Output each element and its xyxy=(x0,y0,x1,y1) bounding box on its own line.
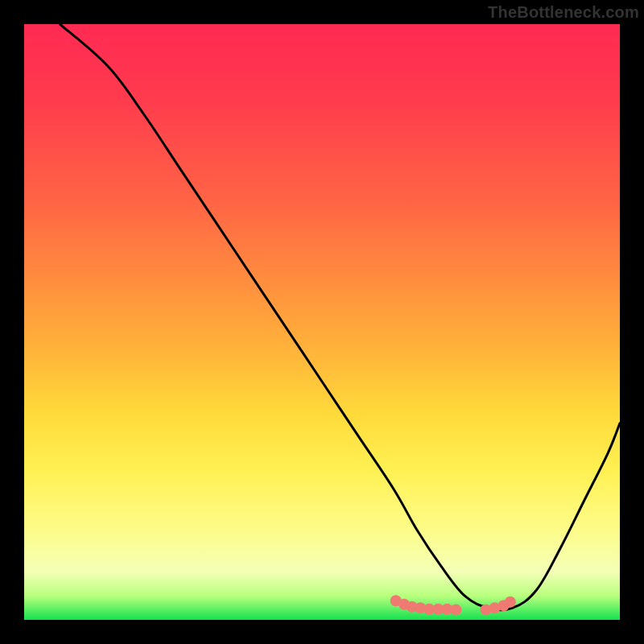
scatter-group xyxy=(390,595,516,615)
curve-path xyxy=(60,24,620,610)
watermark-text: TheBottleneck.com xyxy=(488,3,639,22)
plot-area xyxy=(24,24,620,620)
chart-root: TheBottleneck.com xyxy=(0,0,644,644)
chart-svg xyxy=(24,24,620,620)
scatter-point xyxy=(505,597,516,608)
scatter-point xyxy=(451,604,462,615)
